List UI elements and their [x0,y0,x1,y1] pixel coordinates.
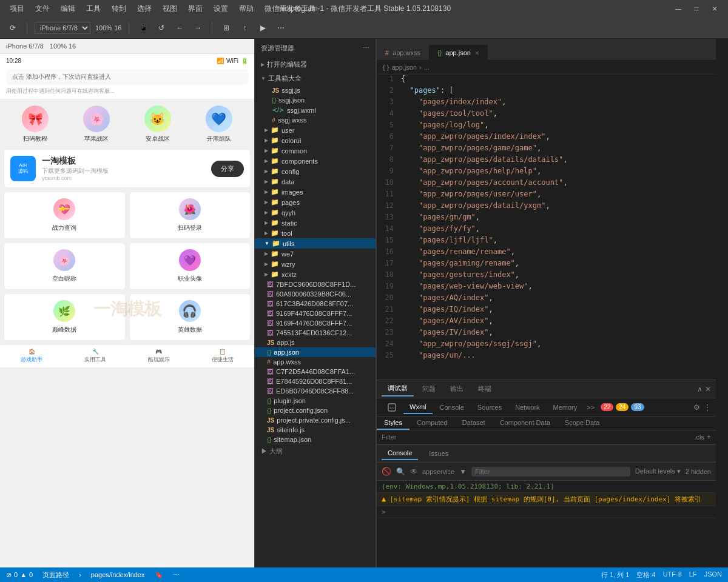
statusbar-lang[interactable]: JSON [704,570,722,580]
mp-nav-tools[interactable]: 🔧 实用工具 [64,345,127,367]
mp-grid-item-3[interactable]: 💜 职业头像 [129,242,251,290]
inspector-tab-console[interactable]: Console [434,401,470,413]
toolbar-icon-forward[interactable]: → [191,21,204,35]
mp-icon-team[interactable]: 💙 开黑组队 [206,105,232,143]
explorer-more-icon[interactable]: ⋯ [363,44,369,52]
scope-data-tab[interactable]: Scope Data [558,416,607,430]
toolbar-icon-back[interactable]: ← [173,21,186,35]
exp-folder-config[interactable]: ▶ 📁 config [255,166,376,176]
exp-folder-images[interactable]: ▶ 📁 images [255,187,376,197]
open-editors-section[interactable]: ▶ 打开的编辑器 [255,58,376,72]
exp-folder-pages[interactable]: ▶ 📁 pages [255,197,376,207]
exp-img-e7[interactable]: 🖼 E78445926D08C8FF81... [255,376,376,386]
console-eye-icon[interactable]: 👁 [410,467,417,476]
mp-grid-item-2[interactable]: 🌸 空白昵称 [4,242,126,290]
exp-folder-data[interactable]: ▶ 📁 data [255,176,376,187]
settings-icon[interactable]: ⚙ [693,403,700,412]
exp-folder-static[interactable]: ▶ 📁 static [255,218,376,228]
mp-grid-item-0[interactable]: 💝 战力查询 [4,192,126,239]
tab-appjson[interactable]: {} app.json ✕ [429,45,488,60]
mp-share-button[interactable]: 分享 [211,161,244,177]
statusbar-line-col[interactable]: 行 1, 列 1 [601,570,629,580]
inspector-tab-wxml-icon[interactable]: </> [382,400,402,413]
statusbar-page-path[interactable]: pages/index/index [91,571,145,578]
exp-file-ssgjwxss[interactable]: # ssgj.wxss [255,115,376,125]
default-levels-label[interactable]: Default levels ▾ [635,467,681,475]
exp-img-6[interactable]: 🖼 745513F4ED0136CF12... [255,328,376,338]
devtools-close-icon[interactable]: ✕ [705,385,711,393]
exp-folder-xcxtz[interactable]: ▶ 📁 xcxtz [255,269,376,279]
console-source-arrow[interactable]: ▼ [459,467,467,476]
outline-section[interactable]: ▶ 大纲 [255,444,376,458]
exp-folder-tool[interactable]: ▶ 📁 tool [255,228,376,238]
menu-item-goto[interactable]: 转到 [107,2,131,15]
mp-icon-android[interactable]: 😺 安卓战区 [144,105,171,143]
menu-item-tool[interactable]: 工具 [81,2,106,15]
mp-grid-item-1[interactable]: 🌺 扫码登录 [129,192,251,239]
console-filter-input[interactable] [471,467,630,477]
exp-appwxss[interactable]: # app.wxss [255,357,376,367]
toolbar-icon-preview[interactable]: ▶ [256,21,269,35]
menu-item-select[interactable]: 选择 [132,2,157,15]
exp-folder-components[interactable]: ▶ 📁 components [255,156,376,166]
toolbox-section[interactable]: ▼ 工具箱大全 [255,72,376,85]
menu-item-help[interactable]: 帮助 [234,2,258,15]
issues-tab[interactable]: Issues [423,447,454,460]
exp-siteinfojs[interactable]: JS siteinfo.js [255,425,376,435]
mp-icon-scan[interactable]: 🎀 扫码教程 [22,105,49,143]
console-tab[interactable]: Console [382,447,418,460]
console-filter-icon[interactable]: 🔍 [396,467,405,476]
toolbar-icon-phone[interactable]: 📱 [136,21,150,35]
exp-projectprivatejs[interactable]: JS project.private.config.js... [255,415,376,425]
menu-item-file[interactable]: 文件 [30,2,55,15]
devtools-tab-problems[interactable]: 问题 [416,382,442,396]
close-button[interactable]: ✕ [706,0,723,17]
exp-pluginjson[interactable]: {} plugin.json [255,396,376,406]
minimize-button[interactable]: — [670,0,687,17]
cls-label[interactable]: .cls [694,433,704,441]
exp-folder-colorui[interactable]: ▶ 📁 colorui [255,135,376,146]
toolbar-icon-more[interactable]: ⋯ [274,21,288,35]
exp-img-4[interactable]: 🖼 9169F4476D08C8FFF7... [255,309,376,318]
inspector-more-icon[interactable]: >> [587,404,595,411]
inspector-tab-wxml[interactable]: Wxml [403,401,433,414]
mp-icon-apple[interactable]: 🌸 苹果战区 [83,105,110,143]
exp-img-c7[interactable]: 🖼 C7F2D5A46D08C8FFA1... [255,367,376,376]
exp-img-1[interactable]: 🖼 7BFDC9606D08C8FF1D... [255,279,376,289]
statusbar-encoding[interactable]: UTF-8 [663,570,682,580]
filter-plus-icon[interactable]: + [707,433,711,441]
computed-tab[interactable]: Computed [410,416,455,430]
tab-appwxss[interactable]: # app.wxss [377,45,429,60]
statusbar-page-icon[interactable]: 🔖 [155,571,163,579]
devtools-tab-debugger[interactable]: 调试器 [382,381,414,396]
exp-img-3[interactable]: 🖼 617C3B426D08C8FF07... [255,299,376,309]
exp-file-ssgjjs[interactable]: JS ssgj.js [255,85,376,95]
exp-appjs[interactable]: JS app.js [255,338,376,347]
exp-folder-user[interactable]: ▶ 📁 user [255,125,376,135]
statusbar-spaces[interactable]: 空格:4 [636,570,655,580]
menu-item-view[interactable]: 视图 [158,2,182,15]
devtools-tab-output[interactable]: 输出 [444,382,470,396]
exp-img-2[interactable]: 🖼 60A900060329B8CF06... [255,289,376,299]
mp-grid-item-4[interactable]: 🌿 巅峰数据 [4,293,126,341]
exp-file-ssgjwxml[interactable]: ≺/≻ ssgj.wxml [255,105,376,115]
styles-filter-input[interactable] [382,433,694,441]
exp-file-ssggjson[interactable]: {} ssgj.json [255,95,376,105]
menu-item-project[interactable]: 项目 [5,2,29,15]
toolbar-icon-refresh[interactable]: ↺ [155,21,168,35]
close-icon[interactable]: ✕ [474,50,479,56]
console-input-line[interactable]: > [377,506,716,518]
devtools-tab-terminal[interactable]: 终端 [472,382,497,396]
mp-nav-game[interactable]: 🏠 游戏助手 [0,345,64,367]
toolbar-icon-cache[interactable]: ⊞ [220,21,233,35]
component-data-tab[interactable]: Component Data [493,416,558,430]
inspector-tab-memory[interactable]: Memory [547,401,584,413]
menu-item-edit[interactable]: 编辑 [56,2,80,15]
styles-tab[interactable]: Styles [377,416,410,430]
exp-folder-qyyh[interactable]: ▶ 📁 qyyh [255,207,376,218]
devtools-collapse-icon[interactable]: ∧ [697,385,703,393]
exp-img-ed[interactable]: 🖼 ED6B07046D08C8FF88... [255,386,376,396]
dataset-tab[interactable]: Dataset [455,416,493,430]
toolbar-icon-upload[interactable]: ↑ [238,21,251,35]
mp-nav-fun[interactable]: 🎮 酷玩娱乐 [127,345,191,367]
